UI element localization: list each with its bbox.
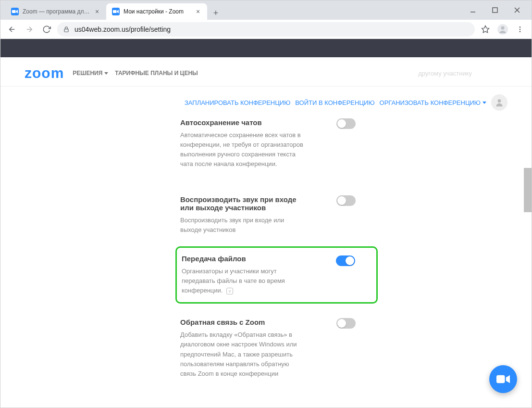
kebab-menu-icon[interactable] bbox=[513, 23, 527, 36]
svg-point-12 bbox=[520, 31, 521, 32]
zoom-logo[interactable]: zoom bbox=[25, 65, 64, 81]
toggle-sound[interactable] bbox=[336, 195, 356, 206]
svg-point-13 bbox=[498, 99, 501, 102]
url-text: us04web.zoom.us/profile/setting bbox=[74, 26, 171, 33]
toggle-autosave[interactable] bbox=[336, 118, 356, 129]
tab-title: Мои настройки - Zoom bbox=[124, 8, 191, 15]
zoom-float-button[interactable] bbox=[489, 365, 517, 393]
new-tab-button[interactable]: + bbox=[209, 6, 223, 20]
window-controls bbox=[458, 4, 532, 16]
setting-description: Организаторы и участники могут передават… bbox=[182, 267, 307, 295]
tabs-area: Zoom — программа для конфе × Мои настрой… bbox=[0, 0, 458, 20]
site-header: zoom РЕШЕНИЯ ТАРИФНЫЕ ПЛАНЫ И ЦЕНЫ друго… bbox=[0, 57, 532, 86]
zoom-favicon-icon bbox=[11, 8, 19, 15]
host-meeting-link[interactable]: ОРГАНИЗОВАТЬ КОНФЕРЕНЦИЮ bbox=[380, 99, 486, 106]
nav-reload-button[interactable] bbox=[40, 23, 53, 36]
svg-point-10 bbox=[520, 26, 521, 28]
browser-tab-inactive[interactable]: Zoom — программа для конфе × bbox=[5, 3, 106, 20]
setting-title: Обратная связь с Zoom bbox=[180, 318, 305, 326]
setting-title: Передача файлов bbox=[182, 255, 307, 263]
minimize-button[interactable] bbox=[467, 4, 479, 16]
tab-close-icon[interactable]: × bbox=[94, 8, 100, 15]
tab-close-icon[interactable]: × bbox=[195, 8, 201, 15]
user-avatar[interactable] bbox=[491, 94, 507, 111]
setting-join-leave-sound: Воспроизводить звук при входе или выходе… bbox=[180, 181, 378, 246]
nav-solutions[interactable]: РЕШЕНИЯ bbox=[73, 70, 108, 76]
chevron-down-icon bbox=[483, 102, 486, 104]
setting-title: Воспроизводить звук при входе или выходе… bbox=[180, 195, 305, 212]
svg-point-11 bbox=[520, 28, 521, 30]
tab-title: Zoom — программа для конфе bbox=[23, 8, 90, 15]
svg-marker-7 bbox=[482, 26, 489, 32]
setting-feedback: Обратная связь с Zoom Добавить вкладку «… bbox=[180, 304, 378, 390]
svg-rect-1 bbox=[113, 10, 117, 13]
page-content: zoom РЕШЕНИЯ ТАРИФНЫЕ ПЛАНЫ И ЦЕНЫ друго… bbox=[0, 39, 532, 408]
svg-rect-3 bbox=[493, 8, 497, 13]
setting-description: Воспроизводить звук при входе или выходе… bbox=[180, 216, 305, 235]
titlebar: Zoom — программа для конфе × Мои настрой… bbox=[0, 0, 532, 20]
scrollbar-thumb[interactable] bbox=[524, 168, 532, 212]
close-button[interactable] bbox=[511, 4, 523, 16]
browser-tab-active[interactable]: Мои настройки - Zoom × bbox=[106, 3, 207, 20]
bookmark-star-icon[interactable] bbox=[479, 23, 492, 36]
site-nav: РЕШЕНИЯ ТАРИФНЫЕ ПЛАНЫ И ЦЕНЫ bbox=[73, 70, 198, 76]
chevron-down-icon bbox=[104, 72, 108, 75]
toggle-file-transfer[interactable] bbox=[336, 255, 355, 266]
nav-back-button[interactable] bbox=[5, 23, 19, 36]
browser-window: Zoom — программа для конфе × Мои настрой… bbox=[0, 0, 532, 408]
lock-icon bbox=[63, 26, 70, 33]
svg-point-9 bbox=[501, 26, 505, 29]
schedule-meeting-link[interactable]: ЗАПЛАНИРОВАТЬ КОНФЕРЕНЦИЮ bbox=[185, 99, 290, 106]
maximize-button[interactable] bbox=[489, 4, 501, 16]
nav-forward-button[interactable] bbox=[23, 23, 36, 36]
setting-description: Добавить вкладку «Обратная связь» в диал… bbox=[180, 330, 305, 379]
profile-avatar-icon[interactable] bbox=[496, 23, 509, 36]
toggle-feedback[interactable] bbox=[336, 318, 356, 329]
setting-file-transfer: Передача файлов Организаторы и участники… bbox=[175, 246, 378, 304]
zoom-favicon-icon bbox=[112, 8, 120, 15]
address-bar: us04web.zoom.us/profile/setting bbox=[0, 20, 532, 39]
setting-autosave-chats: Автосохранение чатов Автоматическое сохр… bbox=[180, 118, 378, 181]
nav-pricing[interactable]: ТАРИФНЫЕ ПЛАНЫ И ЦЕНЫ bbox=[115, 70, 198, 76]
setting-title: Автосохранение чатов bbox=[180, 118, 305, 127]
svg-rect-0 bbox=[12, 10, 16, 13]
setting-description: Автоматическое сохранение всех чатов в к… bbox=[180, 130, 305, 169]
meeting-actions: ЗАПЛАНИРОВАТЬ КОНФЕРЕНЦИЮ ВОЙТИ В КОНФЕР… bbox=[0, 87, 532, 118]
join-meeting-link[interactable]: ВОЙТИ В КОНФЕРЕНЦИЮ bbox=[295, 99, 374, 106]
url-field[interactable]: us04web.zoom.us/profile/setting bbox=[57, 22, 475, 37]
faded-overlay-text: другому участнику bbox=[418, 70, 472, 77]
info-badge-icon[interactable]: v bbox=[226, 288, 233, 294]
top-dark-banner bbox=[0, 39, 532, 57]
settings-list: Автосохранение чатов Автоматическое сохр… bbox=[0, 118, 532, 390]
svg-rect-6 bbox=[64, 29, 68, 32]
svg-rect-14 bbox=[496, 375, 505, 383]
